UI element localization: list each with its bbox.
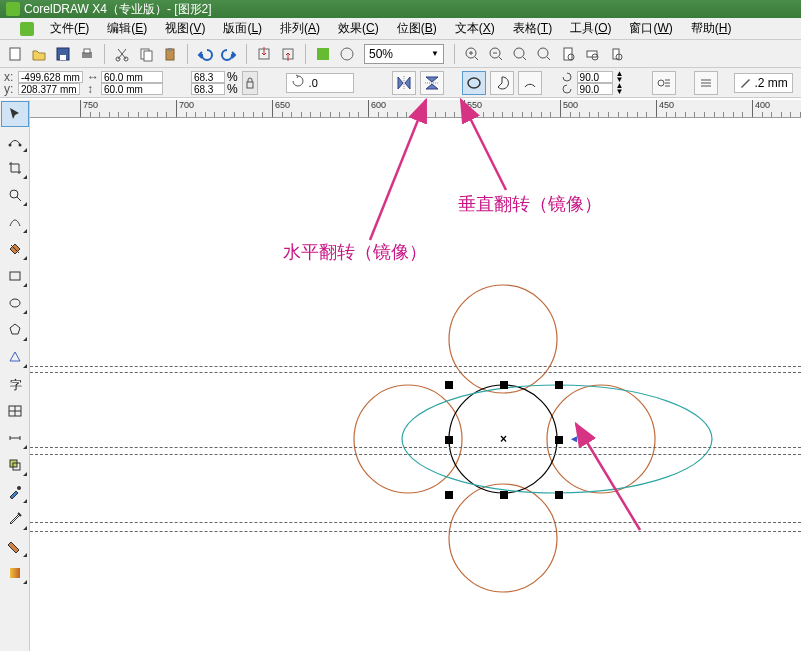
zoom-in-button[interactable] [461, 43, 483, 65]
scale-group: 68.3% 68.3% [191, 71, 238, 95]
menu-tools[interactable]: 工具(O) [562, 18, 619, 39]
open-button[interactable] [28, 43, 50, 65]
horizontal-guide[interactable] [30, 366, 801, 367]
shape-tool[interactable] [1, 128, 29, 154]
redo-button[interactable] [218, 43, 240, 65]
menu-bitmap[interactable]: 位图(B) [389, 18, 445, 39]
interactive-tool[interactable] [1, 452, 29, 478]
zoom-page-button[interactable] [557, 43, 579, 65]
eyedropper-tool[interactable] [1, 479, 29, 505]
cw-icon [560, 71, 574, 83]
x-position-input[interactable]: -499.628 mm [18, 71, 83, 83]
save-button[interactable] [52, 43, 74, 65]
menu-file[interactable]: 文件(F) [42, 18, 97, 39]
menu-help[interactable]: 帮助(H) [683, 18, 740, 39]
outline-tool[interactable] [1, 506, 29, 532]
menu-view[interactable]: 视图(V) [157, 18, 213, 39]
width-icon: ↔ [87, 71, 99, 83]
svg-rect-2 [60, 55, 66, 60]
start-angle-input[interactable]: 90.0 [577, 71, 613, 83]
export-button[interactable] [277, 43, 299, 65]
selection-handle[interactable] [555, 436, 563, 444]
new-button[interactable] [4, 43, 26, 65]
cut-button[interactable] [111, 43, 133, 65]
selection-handle[interactable] [500, 491, 508, 499]
selection-handle[interactable] [555, 491, 563, 499]
lock-ratio-button[interactable] [242, 71, 258, 95]
selection-handle[interactable] [445, 381, 453, 389]
selection-handle[interactable] [445, 436, 453, 444]
horizontal-guide[interactable] [30, 372, 801, 373]
freehand-tool[interactable] [1, 209, 29, 235]
zoom-combo[interactable]: 50%▼ [364, 44, 444, 64]
menu-effects[interactable]: 效果(C) [330, 18, 387, 39]
crop-tool[interactable] [1, 155, 29, 181]
menu-text[interactable]: 文本(X) [447, 18, 503, 39]
text-tool[interactable]: 字 [1, 371, 29, 397]
paste-button[interactable] [159, 43, 181, 65]
svg-point-27 [658, 80, 664, 86]
menu-layout[interactable]: 版面(L) [215, 18, 270, 39]
rotation-angle-input[interactable] [286, 73, 354, 93]
zoom-out-button[interactable] [485, 43, 507, 65]
app-launcher-button[interactable] [312, 43, 334, 65]
size-group: ↔60.0 mm ↕60.0 mm [87, 71, 163, 95]
menu-table[interactable]: 表格(T) [505, 18, 560, 39]
copy-button[interactable] [135, 43, 157, 65]
zoom-selection-button[interactable] [509, 43, 531, 65]
fill-tool[interactable] [1, 533, 29, 559]
arc-mode-button[interactable] [518, 71, 542, 95]
menu-edit[interactable]: 编辑(E) [99, 18, 155, 39]
scale-x-input[interactable]: 68.3 [191, 71, 225, 83]
interactive-fill-tool[interactable] [1, 560, 29, 586]
property-bar: x:-499.628 mm y:208.377 mm ↔60.0 mm ↕60.… [0, 68, 801, 98]
menu-arrange[interactable]: 排列(A) [272, 18, 328, 39]
svg-rect-10 [168, 48, 172, 51]
y-position-input[interactable]: 208.377 mm [18, 83, 80, 95]
polygon-tool[interactable] [1, 317, 29, 343]
ellipse-mode-button[interactable] [462, 71, 486, 95]
basic-shapes-tool[interactable] [1, 344, 29, 370]
height-icon: ↕ [87, 83, 99, 95]
pen-icon [739, 77, 751, 89]
selection-handle[interactable] [500, 381, 508, 389]
width-input[interactable]: 60.0 mm [101, 71, 163, 83]
outline-width-button[interactable] [694, 71, 718, 95]
pick-tool[interactable] [1, 101, 29, 127]
welcome-button[interactable] [336, 43, 358, 65]
horizontal-ruler[interactable]: 750700650600550500450400350 [30, 100, 801, 118]
selection-handle[interactable] [445, 491, 453, 499]
spinner-icon[interactable]: ▲▼ [616, 83, 624, 95]
mirror-vertical-button[interactable] [420, 71, 444, 95]
print-button[interactable] [76, 43, 98, 65]
horizontal-guide[interactable] [30, 454, 801, 455]
horizontal-guide[interactable] [30, 447, 801, 448]
dimension-tool[interactable] [1, 425, 29, 451]
scale-y-input[interactable]: 68.3 [191, 83, 225, 95]
zoom-all-button[interactable] [533, 43, 555, 65]
pie-mode-button[interactable] [490, 71, 514, 95]
svg-point-30 [10, 190, 18, 198]
selection-center[interactable]: × [500, 432, 507, 446]
app-icon [6, 2, 20, 16]
zoom-height-button[interactable] [605, 43, 627, 65]
mirror-horizontal-button[interactable] [392, 71, 416, 95]
table-tool[interactable] [1, 398, 29, 424]
import-button[interactable] [253, 43, 275, 65]
undo-button[interactable] [194, 43, 216, 65]
horizontal-guide[interactable] [30, 522, 801, 523]
height-input[interactable]: 60.0 mm [101, 83, 163, 95]
horizontal-guide[interactable] [30, 531, 801, 532]
zoom-tool[interactable] [1, 182, 29, 208]
outline-width-input[interactable]: .2 mm [734, 73, 793, 93]
rectangle-tool[interactable] [1, 263, 29, 289]
wrap-text-button[interactable] [652, 71, 676, 95]
drawing-surface[interactable] [30, 118, 801, 651]
smart-fill-tool[interactable] [1, 236, 29, 262]
ellipse-tool[interactable] [1, 290, 29, 316]
selection-handle[interactable] [555, 381, 563, 389]
canvas[interactable]: ×◄► [30, 118, 801, 651]
menu-window[interactable]: 窗口(W) [621, 18, 680, 39]
end-angle-input[interactable]: 90.0 [577, 83, 613, 95]
zoom-width-button[interactable] [581, 43, 603, 65]
